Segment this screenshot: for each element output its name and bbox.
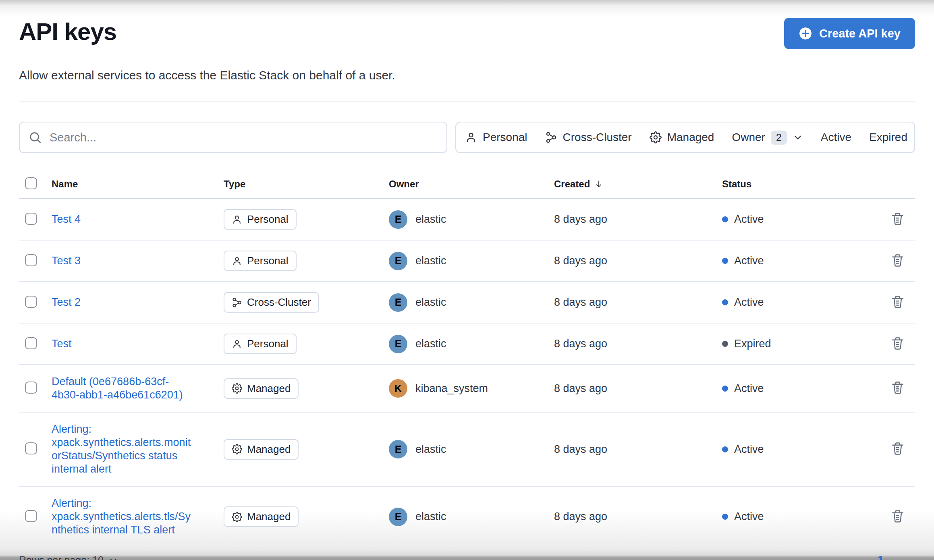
row-checkbox[interactable] (25, 337, 37, 349)
api-key-name-link[interactable]: Test 2 (52, 296, 81, 309)
filter-group: Personal Cross-Cluster Managed Owner 2 (455, 122, 915, 153)
user-icon (465, 131, 477, 143)
api-key-name-link[interactable]: Default (0e67686b-63cf-4b30-abb1-a46be61… (52, 375, 193, 402)
status-dot (722, 386, 728, 392)
column-header-type: Type (224, 178, 389, 190)
delete-button[interactable] (890, 509, 905, 523)
status-dot (722, 341, 728, 347)
type-badge-label: Personal (247, 338, 289, 350)
trash-icon (890, 253, 905, 268)
status-label: Active (734, 510, 764, 523)
plus-in-circle-icon (799, 27, 812, 40)
row-checkbox[interactable] (25, 510, 37, 522)
filter-managed[interactable]: Managed (641, 122, 723, 152)
select-all-checkbox[interactable] (25, 177, 37, 189)
api-keys-page: API keys Create API key Allow external s… (0, 0, 934, 560)
type-badge-label: Managed (247, 382, 291, 395)
row-checkbox[interactable] (25, 254, 37, 266)
trash-icon (890, 380, 905, 395)
chevron-down-icon (793, 132, 803, 143)
avatar: E (389, 293, 407, 312)
page-number-1[interactable]: 1 (878, 554, 884, 560)
owner-name: elastic (415, 443, 446, 456)
type-badge: Personal (224, 334, 297, 354)
filter-active[interactable]: Active (812, 122, 860, 152)
type-badge: Cross-Cluster (224, 292, 319, 313)
created-value: 8 days ago (554, 255, 722, 267)
gear-icon (232, 383, 242, 394)
status-dot (722, 299, 728, 305)
status-label: Active (734, 443, 764, 456)
table-row: Default (0e67686b-63cf-4b30-abb1-a46be61… (19, 365, 915, 413)
api-key-name-link[interactable]: Alerting: xpack.synthetics.alerts.tls/Sy… (52, 497, 193, 537)
delete-button[interactable] (890, 336, 905, 351)
delete-button[interactable] (890, 212, 905, 226)
row-checkbox[interactable] (25, 296, 37, 308)
api-key-name-link[interactable]: Alerting: xpack.synthetics.alerts.monito… (52, 423, 193, 476)
avatar: K (389, 379, 407, 398)
row-checkbox[interactable] (25, 442, 37, 454)
owner-filter-label: Owner (732, 131, 765, 144)
rows-per-page-button[interactable]: Rows per page: 10 (19, 554, 118, 560)
status-label: Expired (734, 338, 771, 350)
delete-button[interactable] (890, 253, 905, 268)
filter-personal[interactable]: Personal (456, 122, 536, 152)
table-row: Alerting: xpack.synthetics.alerts.monito… (19, 413, 915, 487)
row-checkbox[interactable] (25, 382, 37, 394)
row-checkbox[interactable] (25, 213, 37, 225)
search-input[interactable] (49, 131, 438, 145)
column-header-name: Name (52, 178, 224, 190)
api-key-name-link[interactable]: Test (52, 337, 72, 351)
create-api-key-label: Create API key (819, 27, 901, 40)
owner-filter-dropdown[interactable]: Owner 2 (723, 122, 812, 152)
filter-managed-label: Managed (667, 131, 714, 144)
column-header-created[interactable]: Created (554, 178, 604, 190)
trash-icon (890, 212, 905, 226)
chevron-down-icon (108, 556, 118, 560)
created-value: 8 days ago (554, 213, 722, 226)
status-label: Active (734, 213, 764, 226)
filter-cross-cluster-label: Cross-Cluster (563, 131, 632, 144)
column-header-owner: Owner (389, 178, 554, 190)
created-value: 8 days ago (554, 338, 722, 350)
filter-cross-cluster[interactable]: Cross-Cluster (536, 122, 641, 152)
delete-button[interactable] (890, 295, 905, 309)
user-icon (232, 256, 242, 266)
owner-name: elastic (415, 338, 446, 350)
next-page-button[interactable] (901, 555, 912, 560)
type-badge: Managed (224, 506, 299, 527)
status-label: Active (734, 255, 764, 267)
column-header-status: Status (722, 178, 890, 190)
type-badge: Managed (224, 378, 299, 399)
header-divider (19, 101, 915, 102)
trash-icon (890, 509, 905, 523)
api-keys-table: Name Type Owner Created Status Test 4 Pe… (19, 173, 915, 548)
owner-name: kibana_system (415, 382, 488, 395)
filter-expired-label: Expired (869, 131, 907, 144)
filter-expired[interactable]: Expired (860, 122, 915, 152)
avatar: E (389, 252, 407, 270)
trash-icon (890, 295, 905, 309)
created-value: 8 days ago (554, 510, 722, 523)
type-badge-label: Cross-Cluster (247, 296, 311, 309)
type-badge: Personal (224, 251, 297, 271)
previous-page-button[interactable] (849, 555, 861, 560)
cluster-icon (232, 297, 242, 308)
filter-active-label: Active (821, 131, 851, 144)
create-api-key-button[interactable]: Create API key (784, 18, 915, 49)
type-badge: Personal (224, 209, 297, 230)
owner-name: elastic (415, 255, 446, 267)
api-key-name-link[interactable]: Test 4 (52, 213, 81, 226)
owner-name: elastic (415, 296, 446, 309)
type-badge-label: Personal (247, 213, 289, 226)
chevron-left-icon (849, 555, 861, 560)
delete-button[interactable] (890, 441, 905, 456)
trash-icon (890, 441, 905, 456)
type-badge: Managed (224, 439, 299, 460)
table-header-row: Name Type Owner Created Status (19, 173, 915, 199)
filter-personal-label: Personal (483, 131, 527, 144)
delete-button[interactable] (890, 380, 905, 395)
owner-name: elastic (415, 213, 446, 226)
api-key-name-link[interactable]: Test 3 (52, 254, 81, 268)
toolbar: Personal Cross-Cluster Managed Owner 2 (19, 122, 915, 153)
